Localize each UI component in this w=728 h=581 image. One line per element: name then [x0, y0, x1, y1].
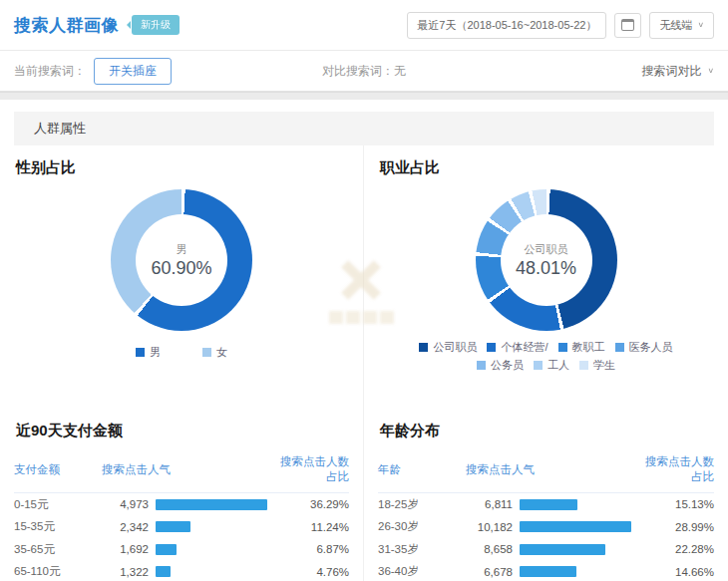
- row-label: 31-35岁: [378, 542, 466, 557]
- row-percentage: 28.99%: [642, 521, 714, 533]
- row-label: 15-35元: [14, 519, 102, 534]
- legend-swatch: [487, 343, 496, 352]
- legend-item: 医务人员: [615, 340, 673, 355]
- title-badge: 新升级: [132, 15, 180, 35]
- legend-swatch: [558, 343, 567, 352]
- terminal-dropdown[interactable]: 无线端 ∨: [649, 12, 714, 39]
- section-header-crowd-attributes: 人群属性: [14, 112, 714, 145]
- row-percentage: 22.28%: [642, 543, 714, 555]
- row-percentage: 36.29%: [277, 498, 349, 510]
- popularity-bar: [520, 544, 605, 555]
- legend-swatch: [534, 361, 543, 370]
- gender-donut-chart[interactable]: 男 60.90%: [111, 189, 252, 331]
- gender-chart: 男 60.90% 男女: [14, 177, 349, 409]
- legend-swatch: [419, 343, 428, 352]
- row-popularity-value: 6,811: [466, 498, 520, 510]
- payment-table: 支付金额搜索点击人气搜索点击人数占比0-15元4,97336.29%15-35元…: [14, 450, 349, 581]
- gender-center-label: 男: [177, 242, 187, 257]
- occupation-donut-chart[interactable]: 公司职员 48.01%: [476, 189, 617, 331]
- filter-bar: 当前搜索词： 开关插座 对比搜索词：无 搜索词对比 ∨: [0, 50, 728, 92]
- table-row: 26-30岁10,18228.99%: [378, 516, 714, 539]
- gender-center-value: 60.90%: [151, 258, 211, 279]
- popularity-bar: [520, 566, 576, 577]
- popularity-bar: [520, 499, 577, 510]
- legend-swatch: [477, 361, 486, 370]
- popularity-bar: [156, 544, 177, 555]
- row-label: 65-110元: [14, 564, 102, 579]
- popularity-bar: [156, 499, 267, 510]
- compare-terms-dropdown[interactable]: 搜索词对比 ∨: [641, 63, 714, 80]
- row-label: 26-30岁: [378, 519, 466, 534]
- row-percentage: 14.66%: [642, 566, 714, 578]
- popularity-bar: [156, 521, 190, 532]
- gender-chart-title: 性别占比: [16, 158, 349, 177]
- left-column: 性别占比 男 60.90% 男女 近90天支付金额 支付金额搜索点击人气搜索点击…: [0, 145, 364, 581]
- row-percentage: 6.87%: [277, 543, 349, 555]
- age-table-title: 年龄分布: [380, 422, 714, 440]
- row-popularity-value: 1,322: [102, 566, 156, 578]
- current-term-button[interactable]: 开关插座: [94, 58, 172, 85]
- row-popularity-value: 2,342: [102, 521, 156, 533]
- table-row: 31-35岁8,65822.28%: [378, 538, 714, 561]
- popularity-bar: [156, 566, 171, 577]
- page-title: 搜索人群画像: [14, 14, 119, 37]
- row-percentage: 4.76%: [277, 566, 349, 578]
- row-popularity-value: 1,692: [102, 543, 156, 555]
- row-label: 18-25岁: [378, 497, 466, 512]
- table-row: 15-35元2,34211.24%: [14, 516, 349, 539]
- calendar-button[interactable]: [614, 13, 641, 38]
- table-row: 35-65元1,6926.87%: [14, 538, 349, 561]
- legend-item: 公司职员: [419, 340, 477, 355]
- chevron-down-icon: ∨: [697, 21, 704, 29]
- table-header-row: 支付金额搜索点击人气搜索点击人数占比: [14, 450, 349, 493]
- row-percentage: 15.13%: [642, 498, 714, 510]
- legend-item: 教职工: [558, 340, 605, 355]
- payment-table-title: 近90天支付金额: [16, 422, 349, 440]
- terminal-label: 无线端: [659, 18, 692, 33]
- legend-item: 个体经营/: [487, 340, 547, 355]
- occupation-center-value: 48.01%: [516, 258, 576, 279]
- page-header: 搜索人群画像 新升级 最近7天（2018-05-16~2018-05-22） 无…: [0, 0, 728, 50]
- legend-item: 公务员: [477, 358, 524, 373]
- age-table: 年龄搜索点击人气搜索点击人数占比18-25岁6,81115.13%26-30岁1…: [378, 450, 714, 581]
- current-term-label: 当前搜索词：: [14, 63, 86, 80]
- popularity-bar: [520, 521, 631, 532]
- occupation-legend: 公司职员个体经营/教职工医务人员公务员工人学生: [397, 340, 696, 373]
- legend-item: 学生: [579, 358, 615, 373]
- table-row: 0-15元4,97336.29%: [14, 493, 349, 516]
- legend-swatch: [136, 348, 145, 357]
- row-popularity-value: 4,973: [102, 498, 156, 510]
- table-header-cell[interactable]: 年龄: [378, 462, 466, 477]
- legend-item: 男: [136, 345, 161, 360]
- row-label: 35-65元: [14, 542, 102, 557]
- table-header-cell[interactable]: 搜索点击人数占比: [277, 454, 349, 484]
- table-row: 65-110元1,3224.76%: [14, 561, 349, 581]
- table-header-cell[interactable]: 搜索点击人数占比: [642, 454, 714, 484]
- legend-item: 女: [202, 345, 227, 360]
- legend-swatch: [579, 361, 588, 370]
- table-row: 36-40岁6,67814.66%: [378, 561, 714, 581]
- table-row: 18-25岁6,81115.13%: [378, 493, 714, 516]
- table-header-cell[interactable]: 搜索点击人气: [102, 462, 277, 477]
- date-range-button[interactable]: 最近7天（2018-05-16~2018-05-22）: [407, 12, 606, 39]
- row-label: 0-15元: [14, 497, 102, 512]
- legend-item: 工人: [534, 358, 569, 373]
- row-popularity-value: 10,182: [466, 521, 520, 533]
- row-label: 36-40岁: [378, 564, 466, 579]
- chevron-down-icon: ∨: [707, 67, 714, 75]
- table-header-row: 年龄搜索点击人气搜索点击人数占比: [378, 450, 714, 493]
- row-popularity-value: 6,678: [466, 566, 520, 578]
- content-area: 性别占比 男 60.90% 男女 近90天支付金额 支付金额搜索点击人气搜索点击…: [0, 145, 728, 581]
- legend-swatch: [615, 343, 624, 352]
- table-header-cell[interactable]: 搜索点击人气: [466, 462, 642, 477]
- gender-legend: 男女: [136, 345, 227, 360]
- row-popularity-value: 8,658: [466, 543, 520, 555]
- section-divider: [0, 92, 728, 100]
- row-percentage: 11.24%: [277, 521, 349, 533]
- occupation-chart: 公司职员 48.01% 公司职员个体经营/教职工医务人员公务员工人学生: [378, 177, 714, 409]
- table-header-cell[interactable]: 支付金额: [14, 462, 102, 477]
- right-column: 职业占比 公司职员 48.01% 公司职员个体经营/教职工医务人员公务员工人学生…: [364, 145, 728, 581]
- date-range-label: 最近7天（2018-05-16~2018-05-22）: [417, 18, 596, 33]
- occupation-chart-title: 职业占比: [380, 158, 714, 177]
- legend-swatch: [202, 348, 211, 357]
